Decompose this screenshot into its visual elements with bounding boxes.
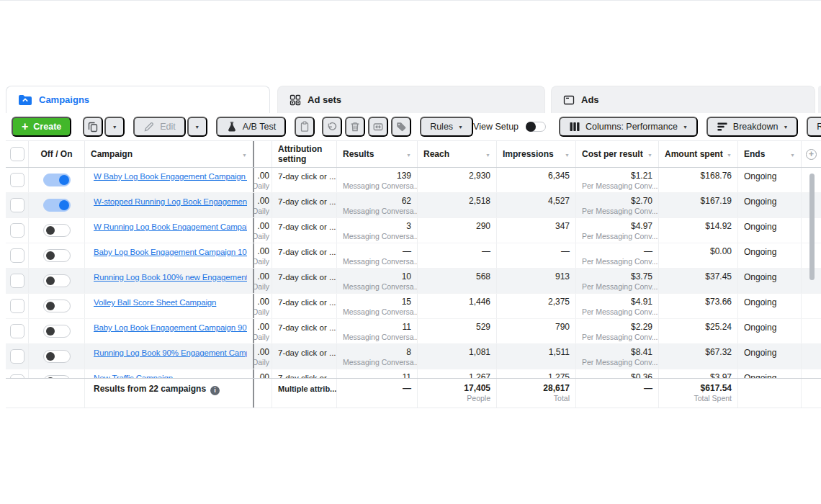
row-checkbox[interactable] bbox=[10, 349, 24, 364]
ab-test-button[interactable]: A/B Test bbox=[216, 117, 286, 137]
rules-dropdown[interactable]: Rules bbox=[420, 117, 473, 137]
summary-cost: — bbox=[582, 383, 652, 394]
campaign-toggle[interactable] bbox=[43, 274, 71, 287]
spent-value: $37.45 bbox=[665, 271, 732, 282]
table-header-row: Off / On Campaign Attribution setting Re… bbox=[6, 140, 821, 168]
campaign-toggle[interactable] bbox=[43, 300, 71, 312]
table-row: Volley Ball Score Sheet Campaign .00Dail… bbox=[6, 294, 821, 319]
impressions-value: 4,527 bbox=[503, 196, 570, 207]
tab-campaigns[interactable]: Campaigns bbox=[6, 86, 270, 113]
campaign-link[interactable]: Running Log Book 100% new Engagement Ca.… bbox=[94, 271, 247, 284]
attribution-value: 7-day click or ... bbox=[278, 196, 331, 207]
results-summary-label: Results from 22 campaigns bbox=[94, 384, 206, 394]
select-all-checkbox[interactable] bbox=[10, 147, 24, 161]
columns-dropdown[interactable]: Columns: Performance bbox=[559, 117, 698, 137]
table-row: New Traffic Campaign .00Daily 7-day clic… bbox=[6, 369, 821, 378]
cost-type: Per Messaging Conv... bbox=[582, 181, 652, 191]
edit-button[interactable]: Edit bbox=[133, 117, 186, 137]
attribution-value: 7-day click or ... bbox=[278, 297, 331, 308]
tab-ads[interactable]: Ads bbox=[551, 86, 815, 113]
budget-type: Daily bbox=[253, 207, 269, 216]
duplicate-dropdown-button[interactable] bbox=[104, 117, 125, 137]
campaign-toggle[interactable] bbox=[43, 249, 71, 262]
col-header-amount-spent[interactable]: Amount spent bbox=[665, 149, 723, 159]
cost-value: — bbox=[582, 246, 652, 257]
trash-icon bbox=[349, 121, 361, 132]
sort-caret-icon[interactable] bbox=[485, 149, 490, 159]
cost-type: Per Messaging Conv... bbox=[582, 333, 652, 342]
undo-button[interactable] bbox=[322, 117, 342, 137]
summary-reach-label: People bbox=[423, 394, 490, 403]
attribution-value: 7-day click or ... bbox=[278, 221, 331, 233]
breakdown-dropdown[interactable]: Breakdown bbox=[706, 117, 798, 137]
campaign-link[interactable]: W-stopped Running Log Book Engagement C.… bbox=[94, 196, 247, 208]
col-header-ends[interactable]: Ends bbox=[744, 149, 765, 159]
chevron-down-icon bbox=[458, 122, 463, 132]
campaign-toggle[interactable] bbox=[43, 199, 71, 212]
duplicate-button[interactable] bbox=[83, 117, 103, 137]
campaign-link[interactable]: Running Log Book 90% Engagement Campaign bbox=[94, 347, 247, 359]
campaign-toggle[interactable] bbox=[43, 224, 71, 237]
tab-ad-sets[interactable]: Ad sets bbox=[277, 86, 545, 113]
campaign-link[interactable]: Baby Log Book Engagement Campaign 90% bbox=[94, 322, 247, 334]
table-body: W Baby Log Book Engagement Campaign 10..… bbox=[6, 168, 821, 378]
campaign-link[interactable]: Baby Log Book Engagement Campaign 100% .… bbox=[94, 246, 247, 258]
row-checkbox[interactable] bbox=[10, 324, 24, 338]
row-checkbox[interactable] bbox=[10, 248, 24, 263]
table-row: W-stopped Running Log Book Engagement C.… bbox=[6, 193, 821, 218]
ends-value: Ongoing bbox=[744, 171, 795, 182]
sort-caret-icon[interactable] bbox=[790, 149, 795, 159]
tab-overflow-sliver bbox=[818, 86, 821, 113]
campaign-link[interactable]: W Baby Log Book Engagement Campaign 10..… bbox=[94, 171, 247, 183]
vertical-scrollbar-thumb[interactable] bbox=[809, 174, 815, 280]
delete-button[interactable] bbox=[345, 117, 365, 137]
row-checkbox[interactable] bbox=[10, 198, 24, 212]
campaign-link[interactable]: Volley Ball Score Sheet Campaign bbox=[94, 297, 247, 309]
campaign-toggle[interactable] bbox=[43, 174, 71, 186]
col-header-impressions[interactable]: Impressions bbox=[503, 149, 554, 159]
col-header-reach[interactable]: Reach bbox=[423, 149, 449, 159]
col-header-results[interactable]: Results bbox=[343, 149, 374, 159]
budget-value: .00 bbox=[254, 322, 269, 333]
cost-value: $2.29 bbox=[582, 322, 652, 333]
ends-value: Ongoing bbox=[744, 221, 795, 233]
cost-type: Per Messaging Conv... bbox=[582, 282, 652, 292]
summary-results: — bbox=[343, 383, 411, 394]
row-checkbox[interactable] bbox=[10, 173, 24, 187]
col-header-campaign[interactable]: Campaign bbox=[91, 149, 133, 159]
campaign-link[interactable]: W Running Log Book Engagement Campaign .… bbox=[94, 221, 247, 233]
sort-caret-icon[interactable] bbox=[565, 149, 570, 159]
view-setup-toggle[interactable] bbox=[526, 122, 546, 132]
row-checkbox[interactable] bbox=[10, 299, 24, 313]
row-checkbox[interactable] bbox=[10, 274, 24, 288]
add-column-icon[interactable] bbox=[806, 149, 817, 160]
create-button[interactable]: Create bbox=[12, 117, 71, 137]
col-header-cost-per-result[interactable]: Cost per result bbox=[582, 149, 643, 159]
edit-dropdown-button[interactable] bbox=[187, 117, 207, 137]
sort-caret-icon[interactable] bbox=[406, 149, 411, 159]
results-value: 8 bbox=[343, 347, 411, 358]
sort-caret-icon[interactable] bbox=[242, 149, 247, 159]
campaign-toggle[interactable] bbox=[43, 325, 71, 338]
tab-ad-sets-label: Ad sets bbox=[308, 94, 341, 105]
sort-caret-icon[interactable] bbox=[727, 149, 732, 159]
impressions-value: 6,345 bbox=[503, 171, 570, 181]
results-type: Messaging Conversa... bbox=[343, 257, 411, 266]
resize-columns-button[interactable] bbox=[368, 117, 388, 137]
info-icon[interactable] bbox=[210, 386, 220, 395]
row-checkbox[interactable] bbox=[10, 223, 24, 238]
budget-value: .00 bbox=[254, 246, 269, 257]
campaign-link[interactable]: New Traffic Campaign bbox=[94, 372, 247, 378]
campaign-toggle[interactable] bbox=[43, 350, 71, 363]
reports-dropdown[interactable]: Reports bbox=[807, 117, 821, 137]
chevron-down-icon bbox=[194, 122, 199, 132]
tab-campaigns-label: Campaigns bbox=[39, 94, 89, 105]
spent-value: $3.97 bbox=[665, 372, 732, 378]
pencil-icon bbox=[143, 121, 155, 132]
sort-caret-icon[interactable] bbox=[647, 149, 652, 159]
tag-button[interactable] bbox=[391, 117, 411, 137]
spent-value: $168.76 bbox=[665, 171, 732, 181]
paste-button[interactable] bbox=[295, 117, 315, 137]
attribution-value: 7-day click or ... bbox=[278, 322, 331, 333]
col-header-attribution[interactable]: Attribution setting bbox=[278, 144, 331, 164]
